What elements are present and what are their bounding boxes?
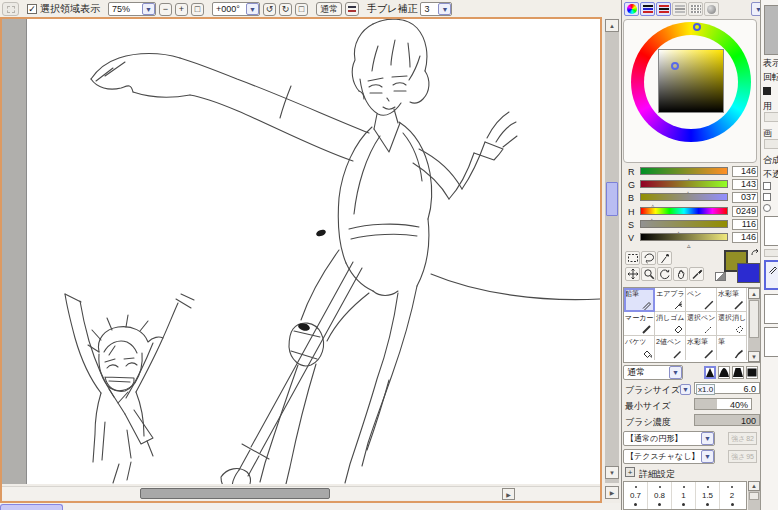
swap-colors-icon[interactable]	[750, 248, 760, 258]
sv-cursor[interactable]	[671, 62, 679, 70]
eyedropper-tool[interactable]	[689, 267, 704, 281]
size-preset[interactable]: 1	[672, 482, 696, 510]
hand-tool[interactable]	[673, 267, 688, 281]
layer-thumbnail[interactable]	[764, 294, 778, 324]
brush-cell-bucket[interactable]: バケツ	[624, 336, 655, 360]
stabilizer-field[interactable]: 3 ▼	[420, 2, 452, 16]
rotate-cw-button[interactable]: ↻	[279, 3, 292, 16]
texture-dropdown[interactable]: 【テクスチャなし】 ▼	[623, 449, 715, 464]
rotate-ccw-button[interactable]: ↺	[263, 3, 276, 16]
edge-shape-button-1[interactable]	[704, 366, 716, 379]
scroll-down-button[interactable]: ▼	[605, 466, 619, 479]
green-slider[interactable]: ▵	[640, 180, 728, 188]
paint-mode-dropdown[interactable]: 通常 ▼	[623, 365, 683, 380]
layer-thumbnail[interactable]	[764, 327, 778, 357]
canvas-hscrollbar[interactable]: ▶	[2, 486, 600, 500]
zoom-dropdown-button[interactable]: ▼	[142, 3, 155, 15]
slider-value[interactable]: 037	[732, 192, 758, 203]
brush-size-unit-button[interactable]: ▼	[680, 384, 691, 395]
paper-texture-dropdown[interactable]	[764, 112, 778, 122]
navigator-preview[interactable]	[764, 5, 778, 55]
move-tool[interactable]	[625, 267, 640, 281]
brush-cell-airbrush[interactable]: エアブラシ	[655, 288, 686, 312]
layer-checkbox[interactable]	[763, 182, 771, 190]
taskbar-tab[interactable]	[0, 504, 63, 510]
brush-cell-watercolor[interactable]: 水彩筆	[717, 288, 747, 312]
selection-tool-button[interactable]	[2, 2, 19, 16]
hue-slider[interactable]: ▵	[640, 207, 728, 215]
canvas-vscrollbar[interactable]: ▲ ▼	[605, 19, 619, 483]
slider-value[interactable]: 146	[732, 232, 758, 243]
value-slider[interactable]: ▵	[640, 233, 728, 241]
slider-value[interactable]: 116	[732, 219, 758, 230]
color-transparency-toggle[interactable]	[715, 272, 726, 281]
brush-cell-watercolor2[interactable]: 水彩筆	[686, 336, 717, 360]
color-wheel-tab[interactable]	[624, 2, 639, 16]
saturation-value-square[interactable]	[658, 49, 724, 113]
hsv-sliders-tab[interactable]	[656, 2, 671, 16]
min-size-bar[interactable]: 40%	[694, 398, 752, 410]
preset-scroll-thumb[interactable]	[749, 492, 759, 500]
lasso-tool[interactable]	[641, 251, 656, 265]
brush-cell-fude[interactable]: 筆	[717, 336, 747, 360]
size-preset[interactable]: 0.7	[624, 482, 648, 510]
background-swatch[interactable]	[737, 263, 760, 283]
rgb-sliders-tab[interactable]	[640, 2, 655, 16]
custom-palette-tab[interactable]	[688, 2, 703, 16]
magic-wand-tool[interactable]	[657, 251, 672, 265]
size-scale-badge[interactable]: x1.0	[696, 384, 715, 395]
mode-toggle-button[interactable]	[345, 2, 359, 16]
brush-cell-eraser[interactable]: 消しゴム	[655, 312, 686, 336]
select-area-checkbox[interactable]: ✓	[27, 4, 37, 14]
zoom-out-button[interactable]: −	[159, 3, 172, 16]
brush-cell-pencil[interactable]: 鉛筆	[624, 288, 655, 312]
zoom-field[interactable]: 75% ▼	[108, 2, 156, 16]
color-mixer-tab[interactable]	[704, 2, 719, 16]
slider-value[interactable]: 0249	[732, 206, 758, 217]
brush-size-bar[interactable]: x1.0 6.0	[694, 382, 760, 394]
dropdown-arrow[interactable]: ▼	[701, 432, 714, 445]
normal-mode-button[interactable]: 通常	[316, 2, 342, 16]
brush-shape-dropdown[interactable]: 【通常の円形】 ▼	[623, 431, 715, 446]
angle-dropdown-button[interactable]: ▼	[246, 3, 259, 15]
density-bar[interactable]: 100	[694, 414, 760, 426]
zoom-in-button[interactable]: +	[175, 3, 188, 16]
scroll-up-button[interactable]: ▲	[748, 481, 760, 491]
brush-cell-select-pen[interactable]: 選択ペン	[686, 312, 717, 336]
layer-mini-button[interactable]	[764, 249, 778, 257]
expand-plus-icon[interactable]: +	[625, 467, 635, 477]
edge-shape-button-2[interactable]	[718, 366, 730, 379]
swatches-tab[interactable]	[672, 2, 687, 16]
layer-radio[interactable]	[763, 204, 771, 212]
layer-checkbox[interactable]	[763, 193, 771, 201]
size-preset[interactable]: 1.5	[696, 482, 720, 510]
grid-scroll-thumb[interactable]	[749, 300, 759, 338]
brush-cell-pen[interactable]: ペン	[686, 288, 717, 312]
rotate-canvas-tool[interactable]	[657, 267, 672, 281]
size-preset[interactable]: 0.8	[648, 482, 672, 510]
stabilizer-dropdown-button[interactable]: ▼	[438, 3, 451, 15]
rotate-reset-button[interactable]: □	[295, 3, 308, 16]
scroll-up-button[interactable]: ▲	[748, 288, 760, 299]
brush-grid-scrollbar[interactable]: ▲ ▼	[748, 288, 760, 362]
scroll-corner-button[interactable]: ▶	[605, 486, 619, 499]
angle-field[interactable]: +000° ▼	[212, 2, 260, 16]
layer-thumbnail[interactable]	[764, 216, 778, 246]
saturation-slider[interactable]: ▵	[640, 220, 728, 228]
advanced-settings-label[interactable]: 詳細設定	[639, 468, 675, 481]
brush-cell-binary-pen[interactable]: 2値ペン	[655, 336, 686, 360]
hue-ring[interactable]	[631, 22, 751, 142]
canvas[interactable]	[26, 19, 600, 484]
zoom-reset-button[interactable]: □	[191, 3, 204, 16]
blue-slider[interactable]: ▵	[640, 193, 728, 201]
brush-cell-marker[interactable]: マーカー	[624, 312, 655, 336]
canvas-viewport[interactable]	[2, 19, 600, 484]
red-slider[interactable]: ▵	[640, 167, 728, 175]
scroll-down-button[interactable]: ▼	[748, 351, 760, 362]
selected-layer-thumbnail[interactable]	[764, 260, 778, 290]
slider-value[interactable]: 143	[732, 179, 758, 190]
size-preset[interactable]: 2	[720, 482, 744, 510]
hue-marker[interactable]	[693, 23, 701, 31]
brush-cell-select-eraser[interactable]: 選択消し	[717, 312, 747, 336]
scroll-right-button[interactable]: ▶	[502, 488, 515, 500]
